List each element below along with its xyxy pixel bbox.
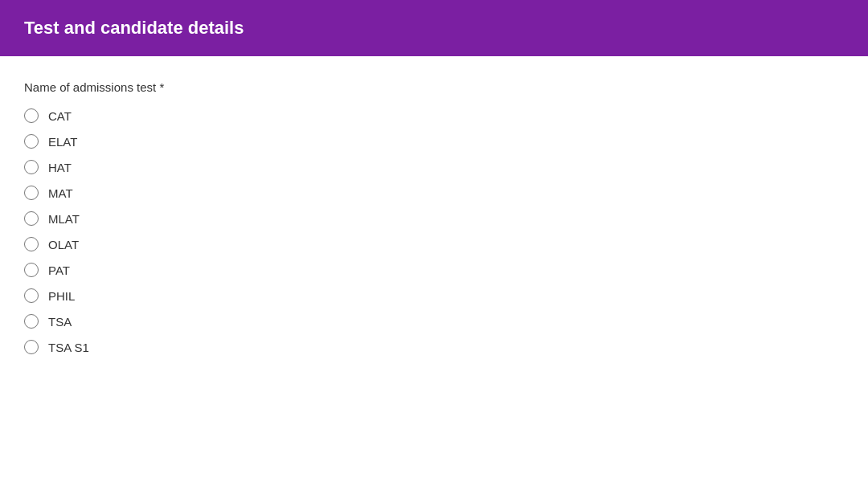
radio-label-tsa-s1: TSA S1 (48, 341, 89, 354)
radio-label-mlat: MLAT (48, 212, 80, 226)
radio-input-mlat[interactable] (24, 211, 39, 226)
radio-input-phil[interactable] (24, 288, 39, 303)
admissions-test-radio-group: CATELATHATMATMLATOLATPATPHILTSATSA S1 (24, 108, 844, 354)
radio-item-tsa[interactable]: TSA (24, 314, 844, 329)
radio-label-tsa: TSA (48, 315, 72, 329)
radio-label-elat: ELAT (48, 135, 77, 149)
page-header: Test and candidate details (0, 0, 868, 56)
radio-item-phil[interactable]: PHIL (24, 288, 844, 303)
field-label: Name of admissions test * (24, 80, 844, 94)
radio-input-tsa[interactable] (24, 314, 39, 329)
radio-label-mat: MAT (48, 186, 73, 200)
radio-input-olat[interactable] (24, 237, 39, 251)
radio-item-pat[interactable]: PAT (24, 263, 844, 277)
radio-label-pat: PAT (48, 263, 70, 277)
radio-label-phil: PHIL (48, 289, 75, 303)
radio-item-hat[interactable]: HAT (24, 160, 844, 174)
radio-item-olat[interactable]: OLAT (24, 237, 844, 251)
radio-input-elat[interactable] (24, 134, 39, 149)
radio-input-mat[interactable] (24, 186, 39, 200)
radio-input-cat[interactable] (24, 108, 39, 123)
radio-label-olat: OLAT (48, 238, 79, 251)
radio-label-cat: CAT (48, 109, 72, 123)
radio-input-hat[interactable] (24, 160, 39, 174)
radio-item-elat[interactable]: ELAT (24, 134, 844, 149)
form-content: Name of admissions test * CATELATHATMATM… (0, 56, 868, 378)
radio-item-mat[interactable]: MAT (24, 186, 844, 200)
radio-input-tsa-s1[interactable] (24, 340, 39, 354)
radio-item-cat[interactable]: CAT (24, 108, 844, 123)
radio-input-pat[interactable] (24, 263, 39, 277)
radio-item-tsa-s1[interactable]: TSA S1 (24, 340, 844, 354)
page-title: Test and candidate details (24, 18, 244, 38)
radio-item-mlat[interactable]: MLAT (24, 211, 844, 226)
radio-label-hat: HAT (48, 161, 72, 174)
